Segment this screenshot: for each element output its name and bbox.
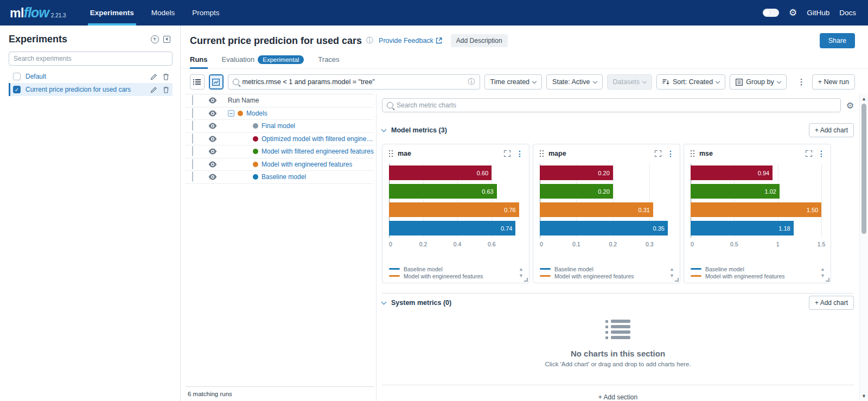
add-description-button[interactable]: Add Description: [451, 34, 508, 47]
run-checkbox[interactable]: [192, 108, 193, 118]
visibility-eye-icon[interactable]: [208, 136, 217, 142]
experiment-list-item[interactable]: Default: [9, 70, 173, 83]
visibility-eye-icon[interactable]: [208, 110, 217, 117]
nav-tab-models[interactable]: Models: [143, 0, 184, 26]
resize-handle[interactable]: [826, 278, 829, 282]
experiment-checkbox[interactable]: [13, 73, 21, 80]
scroll-down-arrow-icon[interactable]: ▼: [861, 391, 866, 401]
visibility-eye-icon[interactable]: [208, 123, 217, 129]
tab-evaluation[interactable]: Evaluation Experimental: [222, 50, 304, 69]
table-row[interactable]: Model with engineered features: [186, 158, 374, 171]
legend-down-arrow-icon[interactable]: ▼: [519, 273, 524, 278]
legend-item[interactable]: Baseline model: [540, 265, 669, 272]
drag-handle-icon[interactable]: [691, 150, 695, 157]
legend-down-arrow-icon[interactable]: ▼: [669, 273, 674, 278]
share-button[interactable]: Share: [820, 33, 855, 48]
add-chart-button-model[interactable]: + Add chart: [809, 123, 854, 137]
section-chevron-icon[interactable]: [381, 299, 387, 304]
add-chart-button-system[interactable]: + Add chart: [809, 296, 854, 310]
collapse-group-icon[interactable]: −: [228, 110, 234, 117]
edit-pencil-icon[interactable]: [150, 73, 157, 80]
metric-bar[interactable]: 0.63: [389, 184, 497, 199]
chart-view-button[interactable]: [209, 74, 224, 90]
metric-bar[interactable]: 0.20: [540, 166, 613, 180]
drag-handle-icon[interactable]: [540, 150, 544, 157]
charts-settings-gear-icon[interactable]: ⚙: [846, 100, 854, 111]
sort-dropdown[interactable]: Sort: Created: [656, 74, 725, 90]
visibility-eye-icon[interactable]: [208, 161, 217, 168]
resize-handle[interactable]: [675, 278, 679, 282]
tab-runs[interactable]: Runs: [190, 50, 208, 69]
resize-handle[interactable]: [524, 278, 528, 282]
search-experiments-input[interactable]: [9, 52, 173, 66]
chart-menu-icon[interactable]: ⋮: [818, 150, 825, 157]
metric-bar[interactable]: 0.35: [540, 221, 668, 235]
legend-item[interactable]: Baseline model: [691, 265, 820, 272]
table-row[interactable]: −Models: [186, 107, 374, 120]
section-chevron-icon[interactable]: [381, 126, 387, 132]
legend-scroll-arrows[interactable]: ▲▼: [820, 267, 825, 278]
expand-chart-icon[interactable]: [806, 150, 812, 157]
state-dropdown[interactable]: State: Active: [546, 74, 602, 90]
metric-bar[interactable]: 1.02: [691, 184, 780, 199]
run-name-link[interactable]: Model with engineered features: [261, 161, 352, 168]
toolbar-overflow-menu[interactable]: ⋮: [795, 77, 808, 87]
table-row[interactable]: Optimized model with filtered engineered…: [186, 133, 374, 146]
scroll-up-arrow-icon[interactable]: ▲: [861, 94, 866, 104]
new-experiment-button[interactable]: +: [149, 33, 161, 45]
drag-handle-icon[interactable]: [389, 150, 393, 157]
metric-bar[interactable]: 0.74: [389, 221, 515, 235]
legend-down-arrow-icon[interactable]: ▼: [820, 273, 825, 278]
table-row[interactable]: Baseline model: [186, 171, 374, 184]
legend-up-arrow-icon[interactable]: ▲: [519, 267, 524, 272]
delete-trash-icon[interactable]: [163, 86, 169, 93]
time-created-dropdown[interactable]: Time created: [484, 74, 542, 90]
table-row[interactable]: Final model: [186, 120, 374, 133]
run-name-link[interactable]: Final model: [261, 122, 295, 130]
metric-bar[interactable]: 0.20: [540, 184, 613, 199]
legend-item[interactable]: Baseline model: [389, 265, 519, 272]
experiment-name-link[interactable]: Default: [25, 73, 145, 80]
legend-item[interactable]: Model with engineered features: [540, 272, 669, 279]
list-view-button[interactable]: [190, 74, 205, 90]
legend-up-arrow-icon[interactable]: ▲: [820, 267, 825, 272]
provide-feedback-link[interactable]: Provide Feedback: [379, 37, 442, 44]
tab-traces[interactable]: Traces: [318, 50, 339, 69]
run-name-link[interactable]: Optimized model with filtered engineered…: [261, 135, 374, 143]
run-checkbox[interactable]: [192, 159, 193, 169]
info-circle-icon[interactable]: ⓘ: [366, 36, 373, 46]
metric-bar[interactable]: 0.76: [389, 202, 519, 217]
run-checkbox[interactable]: [192, 120, 193, 131]
metric-bar[interactable]: 0.94: [691, 166, 773, 180]
run-name-link[interactable]: Model with filtered engineered features: [261, 148, 374, 155]
delete-trash-icon[interactable]: [163, 73, 169, 80]
nav-tab-experiments[interactable]: Experiments: [81, 0, 143, 26]
metric-bar[interactable]: 1.50: [691, 202, 821, 217]
nav-tab-prompts[interactable]: Prompts: [183, 0, 228, 26]
run-checkbox[interactable]: [192, 133, 193, 144]
add-section-button[interactable]: + Add section: [598, 393, 637, 401]
experiment-list-item[interactable]: ✓Current price predicion for used cars: [9, 83, 173, 96]
new-run-button[interactable]: + New run: [812, 74, 855, 90]
run-checkbox[interactable]: [192, 171, 193, 182]
github-link[interactable]: GitHub: [807, 9, 829, 17]
select-all-checkbox[interactable]: [192, 95, 193, 105]
docs-link[interactable]: Docs: [839, 9, 856, 17]
chart-menu-icon[interactable]: ⋮: [667, 150, 674, 157]
charts-scrollbar[interactable]: ▲ ▼: [859, 94, 868, 401]
experiment-checkbox[interactable]: ✓: [13, 86, 21, 93]
chart-menu-icon[interactable]: ⋮: [516, 150, 524, 157]
legend-item[interactable]: Model with engineered features: [389, 272, 519, 279]
legend-up-arrow-icon[interactable]: ▲: [669, 267, 674, 272]
metric-bar[interactable]: 0.60: [389, 166, 492, 180]
visibility-eye-icon[interactable]: [208, 174, 217, 180]
runs-filter-input[interactable]: [242, 78, 465, 86]
metric-bar[interactable]: 0.31: [540, 202, 653, 217]
group-by-dropdown[interactable]: Group by: [730, 74, 786, 90]
expand-chart-icon[interactable]: [504, 150, 510, 157]
mlflow-logo[interactable]: mlflow 2.21.3: [10, 5, 66, 21]
settings-gear-icon[interactable]: ⚙: [789, 8, 797, 17]
legend-item[interactable]: Model with engineered features: [691, 272, 820, 279]
visibility-eye-icon[interactable]: [208, 97, 217, 104]
table-row[interactable]: Model with filtered engineered features: [186, 145, 374, 158]
